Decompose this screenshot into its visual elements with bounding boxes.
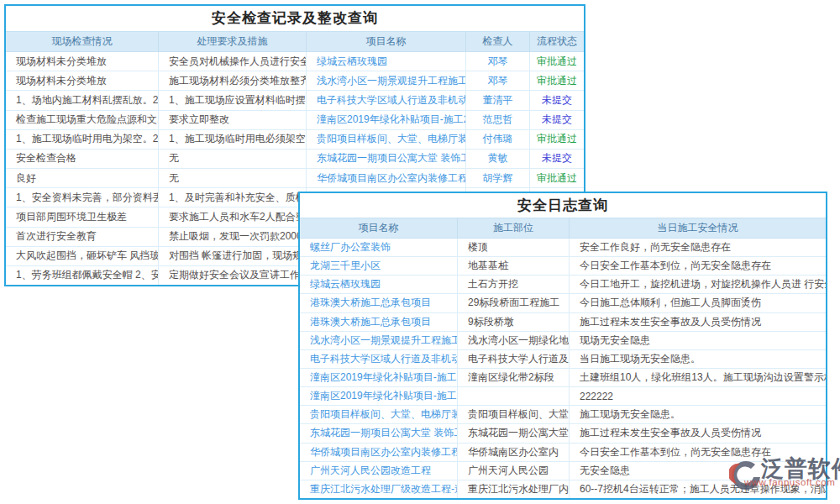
construction-part-cell: 潼南区绿化带2标段	[458, 369, 570, 386]
daily-safety-cell: 施工现场无安全隐患。	[570, 406, 826, 423]
construction-part-cell: 楼顶	[458, 239, 570, 256]
table-row: 现场材料未分类堆放施工现场材料必须分类堆放整齐...浅水湾小区一期景观提升工程施…	[6, 71, 584, 91]
daily-safety-cell: 今日施工总体顺利，但施工人员脚面烫伤	[570, 294, 826, 312]
project-name-link[interactable]: 贵阳项目样板间、大堂、电梯厅装修工程	[300, 406, 458, 423]
table-row: 电子科技大学区域人行道及非机动车道工程电子科技大学人行道及非...当日施工现场无…	[300, 350, 826, 369]
inspection-situation-cell: 良好	[6, 169, 159, 187]
inspection-situation-cell: 首次进行安全教育	[6, 228, 159, 246]
table-row: 广州天河人民公园改造工程广州天河人民公园无安全隐患	[300, 462, 826, 480]
column-header-project: 项目名称	[307, 32, 466, 51]
safety-log-query-panel: 安全日志查询 项目名称 施工部位 当日施工安全情况 螺丝厂办公室装饰楼顶安全工作…	[298, 192, 827, 500]
column-header-measures: 处理要求及措施	[159, 32, 307, 51]
column-header-situation: 现场检查情况	[6, 32, 159, 51]
project-name-link[interactable]: 港珠澳大桥施工总承包项目	[300, 294, 458, 312]
daily-safety-cell: 土建班组10人，绿化班组13人。施工现场沟边设置警示标识，...	[570, 369, 826, 386]
table-row: 华侨城项目南区办公室内装修工程华侨城南区办公室内今日安全工作基本到位，尚无安全隐…	[300, 444, 826, 462]
daily-safety-cell: 施工过程未发生安全事故及人员受伤情况	[570, 313, 826, 331]
inspection-situation-cell: 检查施工现场重大危险点源和文...	[6, 111, 159, 129]
project-name-link[interactable]: 潼南区2019年绿化补贴项目-施工2标段	[300, 369, 458, 386]
construction-part-cell: 29标段桥面工程施工	[458, 294, 570, 312]
inspection-measures-cell: 1、及时完善和补充安全、质检...	[159, 188, 307, 207]
log-table-body: 螺丝厂办公室装饰楼顶安全工作良好，尚无安全隐患存在龙湖三千里小区地基基桩今日安全…	[300, 239, 826, 498]
construction-part-cell: 浅水湾小区一期绿化地	[458, 332, 570, 349]
workflow-status-badge: 审批通过	[530, 130, 584, 149]
construction-part-cell: 9标段桥墩	[458, 313, 570, 331]
project-name-link[interactable]: 潼南区2019年绿化补贴项目-施工2标段	[300, 387, 458, 405]
construction-part-cell: 电子科技大学人行道及非...	[458, 350, 570, 368]
project-name-link[interactable]: 华侨城项目南区办公室内装修工程	[300, 444, 458, 461]
project-name-link[interactable]: 电子科技大学区域人行道及非机动车道工程	[307, 91, 466, 109]
daily-safety-cell: 现场无安全隐患	[570, 332, 826, 349]
table-row: 重庆江北污水处理厂级改造工程-道路修复重庆江北污水处理厂内部...60--7挖机…	[300, 480, 826, 498]
project-name-link[interactable]: 东城花园一期项目公寓大堂 装饰工程	[307, 150, 466, 168]
project-name-link[interactable]: 潼南区2019年绿化补贴项目-施工2标段	[307, 111, 466, 129]
project-name-link[interactable]: 贵阳项目样板间、大堂、电梯厅装修工程	[307, 130, 466, 149]
table-row: 良好无华侨城项目南区办公室内装修工程胡学辉审批通过	[6, 169, 584, 188]
inspection-measures-cell: 要求立即整改	[159, 111, 307, 129]
workflow-status-badge: 未提交	[530, 111, 584, 129]
daily-safety-cell: 今日安全工作基本到位，尚无安全隐患存在	[570, 257, 826, 275]
log-header-row: 项目名称 施工部位 当日施工安全情况	[300, 218, 826, 239]
project-name-link[interactable]: 螺丝厂办公室装饰	[300, 239, 458, 256]
inspection-measures-cell: 定期做好安全会议及宣讲工作	[159, 266, 307, 285]
workflow-status-badge: 未提交	[530, 91, 584, 109]
column-header-part: 施工部位	[458, 218, 570, 238]
table-row: 1、施工现场临时用电为架空。2...1、施工现场临时用电必须架空...贵阳项目样…	[6, 130, 584, 150]
column-header-daily-safety: 当日施工安全情况	[570, 218, 826, 238]
table-row: 现场材料未分类堆放安全员对机械操作人员进行安全...绿城云栖玫瑰园邓琴审批通过	[6, 52, 584, 71]
workflow-status-badge: 审批通过	[530, 169, 584, 187]
construction-part-cell	[458, 387, 570, 405]
table-row: 龙湖三千里小区地基基桩今日安全工作基本到位，尚无安全隐患存在	[300, 257, 826, 276]
inspection-measures-cell: 1、施工现场应设置材料临时摆...	[159, 91, 307, 109]
daily-safety-cell: 安全工作良好，尚无安全隐患存在	[570, 239, 826, 256]
project-name-link[interactable]: 绿城云栖玫瑰园	[307, 52, 466, 71]
daily-safety-cell: 当日施工现场无安全隐患。	[570, 350, 826, 368]
table-row: 东城花园一期项目公寓大堂 装饰工程东城花园一期公寓大堂施工过程未发生安全事故及人…	[300, 424, 826, 443]
inspection-measures-cell: 要求施工人员和水车2人配合整...	[159, 207, 307, 226]
project-name-link[interactable]: 广州天河人民公园改造工程	[300, 462, 458, 480]
inspection-measures-cell: 对围挡 帐篷进行加固，现场规...	[159, 247, 307, 265]
inspection-measures-cell: 无	[159, 150, 307, 168]
column-header-project: 项目名称	[300, 218, 458, 238]
inspector-name: 董清平	[466, 91, 530, 109]
inspection-situation-cell: 项目部周围环境卫生极差	[6, 207, 159, 226]
construction-part-cell: 地基基桩	[458, 257, 570, 275]
inspection-situation-cell: 现场材料未分类堆放	[6, 71, 159, 90]
column-header-inspector: 检查人	[466, 32, 530, 51]
project-name-link[interactable]: 浅水湾小区一期景观提升工程施工	[307, 71, 466, 90]
inspector-name: 黄敏	[466, 150, 530, 168]
project-name-link[interactable]: 港珠澳大桥施工总承包项目	[300, 313, 458, 331]
inspector-name: 付伟璐	[466, 130, 530, 149]
project-name-link[interactable]: 华侨城项目南区办公室内装修工程	[307, 169, 466, 187]
inspection-situation-cell: 1、施工现场临时用电为架空。2...	[6, 130, 159, 149]
inspector-name: 胡学辉	[466, 169, 530, 187]
log-panel-title: 安全日志查询	[300, 193, 826, 218]
project-name-link[interactable]: 浅水湾小区一期景观提升工程施工	[300, 332, 458, 349]
daily-safety-cell: 60--7挖机4台运转正常；施工人员无违章操作现象，消防7人在...	[570, 480, 826, 498]
table-row: 潼南区2019年绿化补贴项目-施工2标段222222	[300, 387, 826, 406]
construction-part-cell: 贵阳项目样板间、大堂、...	[458, 406, 570, 423]
project-name-link[interactable]: 重庆江北污水处理厂级改造工程-道路修复	[300, 480, 458, 498]
inspection-measures-cell: 安全员对机械操作人员进行安全...	[159, 52, 307, 71]
inspection-measures-cell: 施工现场材料必须分类堆放整齐...	[159, 71, 307, 90]
construction-part-cell: 华侨城南区办公室内	[458, 444, 570, 461]
inspection-header-row: 现场检查情况 处理要求及措施 项目名称 检查人 流程状态	[6, 31, 584, 52]
table-row: 浅水湾小区一期景观提升工程施工浅水湾小区一期绿化地现场无安全隐患	[300, 332, 826, 350]
daily-safety-cell: 222222	[570, 387, 826, 405]
inspector-name: 范思哲	[466, 111, 530, 129]
table-row: 检查施工现场重大危险点源和文...要求立即整改潼南区2019年绿化补贴项目-施工…	[6, 111, 584, 130]
column-header-status: 流程状态	[530, 32, 584, 51]
table-row: 港珠澳大桥施工总承包项目29标段桥面工程施工今日施工总体顺利，但施工人员脚面烫伤	[300, 294, 826, 312]
project-name-link[interactable]: 东城花园一期项目公寓大堂 装饰工程	[300, 424, 458, 442]
workflow-status-badge: 审批通过	[530, 52, 584, 71]
inspection-situation-cell: 大风吹起围挡，砸坏铲车 风挡玻...	[6, 247, 159, 265]
inspector-name: 邓琴	[466, 52, 530, 71]
project-name-link[interactable]: 龙湖三千里小区	[300, 257, 458, 275]
daily-safety-cell: 今日工地开工，旋挖机进场，对旋挖机操作人员进 行安全技术...	[570, 276, 826, 293]
inspection-panel-title: 安全检查记录及整改查询	[6, 6, 584, 31]
table-row: 港珠澳大桥施工总承包项目9标段桥墩施工过程未发生安全事故及人员受伤情况	[300, 313, 826, 332]
workflow-status-badge: 未提交	[530, 150, 584, 168]
project-name-link[interactable]: 绿城云栖玫瑰园	[300, 276, 458, 293]
project-name-link[interactable]: 电子科技大学区域人行道及非机动车道工程	[300, 350, 458, 368]
table-row: 潼南区2019年绿化补贴项目-施工2标段潼南区绿化带2标段土建班组10人，绿化班…	[300, 369, 826, 387]
